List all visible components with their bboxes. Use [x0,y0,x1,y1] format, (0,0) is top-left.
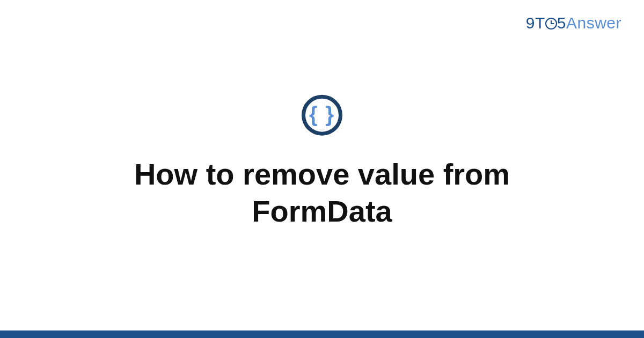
logo-text-5: 5 [557,14,566,32]
logo-text-answer: Answer [566,14,621,32]
clock-icon [545,16,558,34]
code-braces-icon: { } [309,104,335,125]
logo-text-9: 9 [526,14,535,32]
main-content: { } How to remove value from FormData [0,95,644,230]
category-badge: { } [302,95,342,136]
site-logo: 9T5Answer [526,14,621,34]
footer-accent-bar [0,330,644,338]
logo-text-T: T [535,14,545,32]
page-title: How to remove value from FormData [64,156,580,230]
